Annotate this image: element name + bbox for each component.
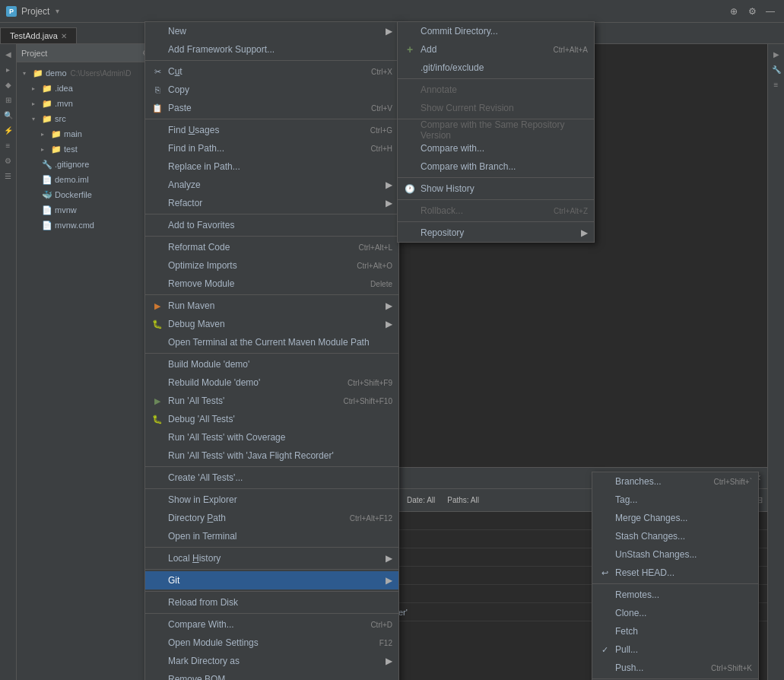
sidebar-icon-8[interactable]: ⚙	[2, 154, 15, 167]
menu-reformatcode[interactable]: Reformat Code Ctrl+Alt+L	[145, 238, 398, 256]
log-paths-filter[interactable]: Paths: All	[443, 494, 484, 506]
tree-item-test[interactable]: ▸ 📁 test	[17, 141, 157, 157]
menu-replaceinpath[interactable]: Replace in Path...	[145, 157, 398, 176]
git-submenu-commitdir[interactable]: Commit Directory...	[398, 22, 594, 40]
menu-runmaven[interactable]: ▶ Run Maven ▶	[145, 297, 398, 315]
sidebar-icon-9[interactable]: ☰	[2, 169, 15, 183]
mvnwcmd-label: mvnw.cmd	[55, 221, 94, 230]
menu-paste[interactable]: 📋 Paste Ctrl+V	[145, 99, 398, 117]
right-icon-2[interactable]: 🔧	[770, 62, 783, 76]
menu-findusages[interactable]: Find Usages Ctrl+G	[145, 121, 398, 139]
menu-openinterminal[interactable]: Open in Terminal	[145, 527, 398, 545]
sidebar-icon-3[interactable]: ◆	[2, 78, 15, 91]
menu-createalltests-label: Create 'All Tests'...	[168, 472, 243, 483]
menu-removebom[interactable]: Remove BOM	[145, 670, 398, 680]
menu-openterminal-maven-label: Open Terminal at the Current Maven Modul…	[168, 337, 370, 348]
menu-openterminal-maven[interactable]: Open Terminal at the Current Maven Modul…	[145, 333, 398, 351]
tab-close-icon[interactable]: ✕	[61, 32, 67, 40]
right-icon-3[interactable]: ≡	[770, 78, 783, 91]
git-submenu-comparewith[interactable]: Compare with...	[398, 139, 594, 157]
repo-submenu-push[interactable]: Push... Ctrl+Shift+K	[592, 659, 758, 677]
menu-addtofavorites-label: Add to Favorites	[168, 220, 234, 230]
sidebar-icon-2[interactable]: ▸	[2, 62, 15, 76]
sep-2	[145, 119, 398, 119]
demoiml-file-icon: 📄	[42, 175, 52, 185]
git-submenu-showhistory[interactable]: 🕐 Show History	[398, 180, 594, 198]
repo-submenu-mergechanges[interactable]: Merge Changes...	[592, 509, 758, 527]
repo-submenu-stashchanges[interactable]: Stash Changes...	[592, 527, 758, 545]
sidebar-icon-5[interactable]: 🔍	[2, 108, 15, 122]
add-icon: +	[404, 43, 416, 56]
add-btn[interactable]: ⊕	[726, 4, 741, 19]
menu-refactor[interactable]: Refactor ▶	[145, 194, 398, 212]
tree-item-mvnwcmd[interactable]: ▸ 📄 mvnw.cmd	[17, 218, 157, 233]
sidebar-icon-4[interactable]: ⊞	[2, 93, 15, 106]
menu-reloadfromdisk[interactable]: Reload from Disk	[145, 593, 398, 612]
tree-item-idea[interactable]: ▸ 📁 .idea	[17, 81, 157, 96]
menu-cut[interactable]: ✂ Cut Ctrl+X	[145, 62, 398, 81]
main-folder-icon: 📁	[51, 129, 62, 139]
repo-submenu-branches[interactable]: Branches... Ctrl+Shift+`	[592, 472, 758, 491]
sidebar-icon-1[interactable]: ◀	[2, 47, 15, 61]
menu-runwithjfr[interactable]: Run 'All Tests' with 'Java Flight Record…	[145, 446, 398, 465]
tree-item-demo[interactable]: ▾ 📁 demo C:\Users\Admin\D	[17, 65, 157, 81]
log-date-filter[interactable]: Date: All	[402, 494, 440, 506]
menu-runalltests[interactable]: ▶ Run 'All Tests' Ctrl+Shift+F10	[145, 392, 398, 410]
menu-runallteststwithcoverage[interactable]: Run 'All Tests' with Coverage	[145, 428, 398, 446]
tree-item-mvnw[interactable]: ▸ 📄 mvnw	[17, 202, 157, 218]
menu-git[interactable]: Git ▶	[145, 571, 398, 589]
git-submenu-gitexclude[interactable]: .git/info/exclude	[398, 59, 594, 77]
settings-btn[interactable]: ⚙	[744, 4, 760, 19]
repo-submenu-resethead[interactable]: ↩ Reset HEAD...	[592, 564, 758, 582]
menu-findinpath[interactable]: Find in Path... Ctrl+H	[145, 139, 398, 157]
menu-addtofavorites[interactable]: Add to Favorites	[145, 216, 398, 234]
menu-removemodule-label: Remove Module	[168, 278, 234, 289]
menu-removebom-label: Remove BOM	[168, 674, 225, 680]
tab-testaddjava[interactable]: TestAdd.java ✕	[0, 27, 77, 43]
repo-submenu-tag[interactable]: Tag...	[592, 491, 758, 509]
menu-debugmaven[interactable]: 🐛 Debug Maven ▶	[145, 315, 398, 333]
runalltests-icon: ▶	[151, 395, 163, 407]
tree-item-gitignore[interactable]: ▸ 🔧 .gitignore	[17, 157, 157, 172]
menu-showinexplorer[interactable]: Show in Explorer	[145, 491, 398, 509]
menu-add-framework[interactable]: Add Framework Support...	[145, 40, 398, 59]
menu-directorypath[interactable]: Directory Path Ctrl+Alt+F12	[145, 509, 398, 527]
project-dropdown-icon[interactable]: ▾	[56, 7, 59, 15]
menu-optimizeimports[interactable]: Optimize Imports Ctrl+Alt+O	[145, 256, 398, 275]
tree-item-dockerfile[interactable]: ▸ 🐳 Dockerfile	[17, 187, 157, 202]
menu-rebuildmodule[interactable]: Rebuild Module 'demo' Ctrl+Shift+F9	[145, 373, 398, 392]
menu-removemodule[interactable]: Remove Module Delete	[145, 275, 398, 293]
menu-localhistory[interactable]: Local History ▶	[145, 549, 398, 567]
minimize-btn[interactable]: —	[763, 4, 778, 19]
menu-copy[interactable]: ⎘ Copy	[145, 81, 398, 99]
repo-submenu-clone[interactable]: Clone...	[592, 604, 758, 622]
git-submenu-repository[interactable]: Repository ▶	[398, 224, 594, 242]
menu-markdirectoryas[interactable]: Mark Directory as ▶	[145, 652, 398, 670]
git-submenu-add[interactable]: + Add Ctrl+Alt+A	[398, 40, 594, 59]
menu-showinexplorer-label: Show in Explorer	[168, 494, 237, 505]
repo-submenu-unstashchanges[interactable]: UnStash Changes...	[592, 545, 758, 564]
demo-label: demo	[46, 68, 67, 78]
menu-createalltests[interactable]: Create 'All Tests'...	[145, 469, 398, 487]
fetch-icon	[598, 625, 611, 637]
menu-debugalltests-label: Debug 'All Tests'	[168, 414, 235, 424]
sidebar-icon-7[interactable]: ≡	[2, 138, 15, 152]
title-bar: P Project ▾ ⊕ ⚙ —	[0, 0, 784, 23]
menu-debugalltests[interactable]: 🐛 Debug 'All Tests'	[145, 410, 398, 428]
sidebar-icon-6[interactable]: ⚡	[2, 123, 15, 137]
git-submenu-comparewithbranch[interactable]: Compare with Branch...	[398, 157, 594, 176]
menu-analyze[interactable]: Analyze ▶	[145, 176, 398, 194]
tree-item-main[interactable]: ▸ 📁 main	[17, 126, 157, 141]
tree-item-mvn[interactable]: ▸ 📁 .mvn	[17, 96, 157, 111]
repo-submenu-fetch[interactable]: Fetch	[592, 622, 758, 640]
menu-buildmodule[interactable]: Build Module 'demo'	[145, 355, 398, 373]
repo-submenu-pull[interactable]: ✓ Pull...	[592, 640, 758, 659]
menu-openmodulesettings[interactable]: Open Module Settings F12	[145, 634, 398, 652]
menu-new[interactable]: New ▶	[145, 22, 398, 40]
tree-item-src[interactable]: ▾ 📁 src	[17, 111, 157, 126]
right-icon-1[interactable]: ▶	[770, 47, 783, 61]
repo-submenu-remotes[interactable]: Remotes...	[592, 586, 758, 604]
tree-item-demoiml[interactable]: ▸ 📄 demo.iml	[17, 172, 157, 187]
menu-comparewith[interactable]: Compare With... Ctrl+D	[145, 615, 398, 634]
menu-copy-label: Copy	[168, 84, 189, 95]
